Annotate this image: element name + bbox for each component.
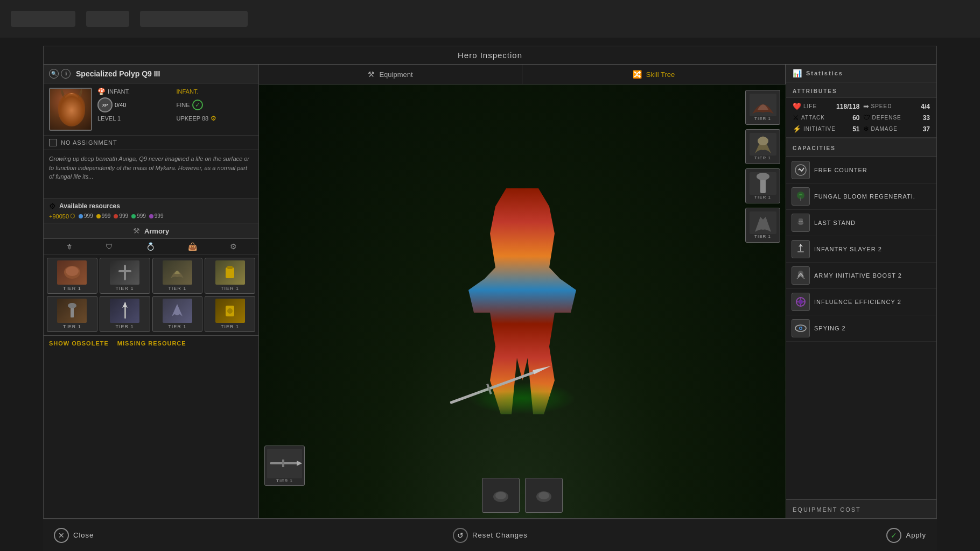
- condition-label: FINE: [177, 102, 190, 108]
- initiative-attr: ⚡ INITIATIVE 51: [793, 125, 860, 133]
- faction-row: 🍄 INFANT.: [97, 88, 174, 95]
- resources-title-row: ⚙ Available resources: [49, 202, 253, 210]
- foot-slot-right[interactable]: [525, 478, 563, 513]
- capacity-influence-efficiency[interactable]: INFLUENCE EFFICIENCY 2: [786, 289, 936, 315]
- armory-item[interactable]: TIER 1: [205, 258, 255, 294]
- capacity-army-initiative[interactable]: ARMY INITIATIVE BOOST 2: [786, 263, 936, 289]
- armory-item-img: [110, 260, 139, 285]
- show-obsolete-button[interactable]: SHOW OBSOLETE: [49, 340, 109, 347]
- armory-item-img: [110, 299, 139, 323]
- no-assignment-checkbox[interactable]: [49, 139, 57, 146]
- faction-label: INFANT.: [108, 88, 130, 95]
- reset-button[interactable]: ↺ Reset Changes: [453, 528, 528, 543]
- capacities-section-title: CAPACITIES: [786, 138, 936, 157]
- close-label: Close: [73, 531, 94, 539]
- condition-row: FINE ✓: [177, 97, 254, 112]
- defense-value: 33: [923, 114, 930, 122]
- top-bar-item: [86, 11, 129, 27]
- filter-accessory-icon[interactable]: 💍: [146, 242, 155, 251]
- svg-point-11: [68, 303, 76, 308]
- capacity-name: ARMY INITIATIVE BOOST 2: [814, 272, 902, 279]
- foot-slot-left[interactable]: [482, 478, 520, 513]
- svg-point-38: [799, 300, 803, 304]
- apply-button[interactable]: ✓ Apply: [886, 528, 926, 543]
- tier-label: TIER 1: [63, 324, 81, 329]
- equip-tier: TIER 1: [754, 234, 771, 239]
- close-button[interactable]: ✕ Close: [54, 528, 94, 543]
- left-panel: 🔍 ℹ Specialized Polyp Q9 III: [44, 65, 259, 518]
- equip-slot-1[interactable]: TIER 1: [745, 90, 780, 125]
- influence-efficiency-icon: [792, 293, 810, 311]
- life-label: LIFE: [803, 103, 817, 109]
- capacity-spying[interactable]: SPYING 2: [786, 315, 936, 342]
- reset-label: Reset Changes: [472, 531, 528, 539]
- equip-slot-img: [750, 94, 776, 116]
- svg-point-15: [227, 308, 233, 314]
- armory-item[interactable]: TIER 1: [100, 258, 150, 294]
- svg-marker-23: [533, 364, 552, 374]
- top-bar-item: [11, 11, 75, 27]
- equip-slot-4[interactable]: TIER 1: [745, 208, 780, 243]
- capacity-last-stand[interactable]: LAST STAND: [786, 210, 936, 236]
- right-panel: 📊 Statistics ATTRIBUTES ❤️ LIFE 118/118 …: [786, 65, 936, 518]
- armory-item-img: [57, 299, 87, 323]
- life-attr: ❤️ LIFE 118/118: [793, 102, 860, 110]
- tier-label: TIER 1: [168, 324, 186, 329]
- svg-point-1: [63, 93, 80, 115]
- svg-rect-31: [800, 197, 801, 201]
- svg-point-5: [66, 266, 79, 276]
- tab-equipment[interactable]: ⚒ Equipment: [259, 65, 522, 84]
- xp-value: 0/40: [115, 102, 126, 108]
- last-stand-icon: [792, 214, 810, 232]
- svg-point-18: [757, 173, 769, 180]
- hero-portrait-row: 🍄 INFANT. INFANT. XP 0/40 FINE ✓: [44, 83, 258, 135]
- fine-badge: ✓: [192, 100, 203, 110]
- capacity-name: INFANTRY SLAYER 2: [814, 246, 882, 252]
- svg-marker-20: [297, 461, 302, 466]
- capacity-free-counter[interactable]: FREE COUNTER: [786, 157, 936, 183]
- hero-icons: 🔍 ℹ: [49, 69, 71, 79]
- info-icon[interactable]: ℹ: [61, 69, 71, 79]
- equip-tier: TIER 1: [754, 116, 771, 121]
- resource-5: 999: [149, 213, 164, 220]
- armory-item[interactable]: TIER 1: [47, 296, 97, 332]
- top-bar-item: [140, 11, 248, 27]
- armory-item[interactable]: TIER 1: [152, 296, 203, 332]
- hero-header: 🔍 ℹ Specialized Polyp Q9 III: [44, 65, 258, 83]
- equip-slot-2[interactable]: TIER 1: [745, 129, 780, 164]
- center-tabs: ⚒ Equipment 🔀 Skill Tree: [259, 65, 786, 84]
- main-panel: Hero Inspection 🔍 ℹ Specialized Polyp Q9…: [43, 46, 937, 519]
- weapon-tier: TIER 1: [276, 478, 293, 483]
- equipment-cost-title: EQUIPMENT COST: [793, 506, 861, 513]
- hero-stats-grid: 🍄 INFANT. INFANT. XP 0/40 FINE ✓: [97, 88, 253, 122]
- level-label: LEVEL 1: [97, 115, 121, 122]
- filter-weapon-icon[interactable]: 🗡: [65, 242, 73, 251]
- equip-tier: TIER 1: [754, 156, 771, 160]
- tab-skill-tree[interactable]: 🔀 Skill Tree: [522, 65, 786, 84]
- share-icon: 🔀: [633, 70, 642, 79]
- svg-rect-21: [282, 460, 284, 467]
- equip-slot-img: [750, 133, 776, 156]
- armory-item[interactable]: TIER 1: [47, 258, 97, 294]
- spying-icon: [792, 319, 810, 337]
- filter-all-icon[interactable]: ⚙: [230, 242, 237, 251]
- capacity-fungal-bloom[interactable]: FUNGAL BLOOM REGENERATI.: [786, 183, 936, 210]
- armory-grid: TIER 1 TIER 1 TIER 1: [44, 255, 258, 335]
- armory-item[interactable]: TIER 1: [100, 296, 150, 332]
- filter-armor-icon[interactable]: 🛡: [106, 242, 113, 251]
- weapon-slot[interactable]: TIER 1: [264, 446, 305, 486]
- resource-3: 999: [114, 213, 128, 220]
- armory-item[interactable]: TIER 1: [205, 296, 255, 332]
- armory-item-img: [215, 260, 245, 285]
- armory-item[interactable]: TIER 1: [152, 258, 203, 294]
- tier-label: TIER 1: [168, 286, 186, 291]
- reset-icon: ↺: [453, 528, 468, 543]
- filter-bag-icon[interactable]: 👜: [188, 242, 197, 251]
- search-icon[interactable]: 🔍: [49, 69, 59, 79]
- equip-slot-3[interactable]: TIER 1: [745, 168, 780, 203]
- tier-label: TIER 1: [221, 286, 239, 291]
- speed-value: 4/4: [921, 103, 930, 110]
- missing-resource-button[interactable]: MISSING RESOURCE: [117, 340, 186, 347]
- capacity-infantry-slayer[interactable]: INFANTRY SLAYER 2: [786, 236, 936, 263]
- speed-attr: ➡ SPEED 4/4: [863, 102, 930, 110]
